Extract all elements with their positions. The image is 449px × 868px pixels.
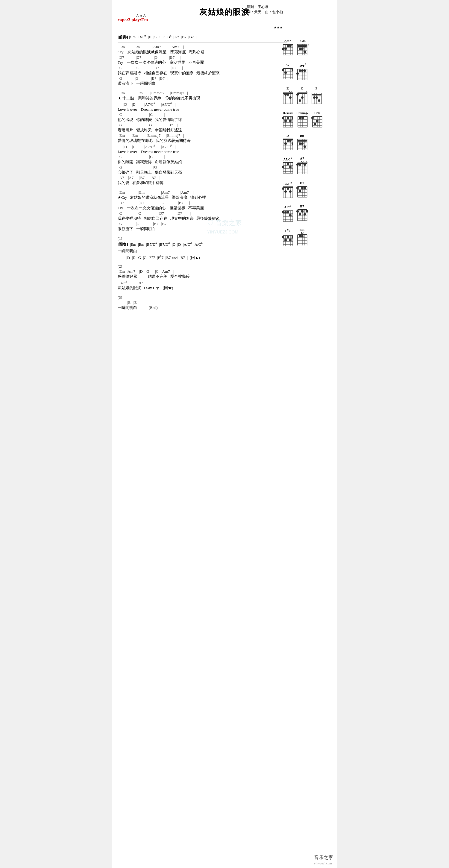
svg-point-262 [287,236,289,238]
chord-diagram-D7: D7 [296,181,308,199]
svg-point-67 [285,93,287,96]
svg-point-150 [289,140,292,142]
svg-point-123 [299,117,301,119]
svg-point-204 [282,187,285,190]
svg-point-10 [287,44,289,47]
svg-point-246 [296,210,299,213]
svg-point-277 [301,235,303,237]
marker-1: (1) [118,236,287,241]
chord-diagram-D: D [282,134,293,151]
svg-point-219 [299,190,301,192]
svg-point-12 [282,48,285,50]
chord-diagrams-panel: Am7 [282,39,334,253]
capo-info: capo:3 play:Em [118,18,148,23]
verse2-lyric8: 心都碎了 那天晚上 獨自發呆到天亮 [118,170,287,175]
chorus-lyric2: Try 一次次一次次傷過的心 童話世界 不再美麗 [118,205,287,211]
svg-rect-162 [298,140,307,142]
verse2-chord4: |G |G |B7 | [118,123,287,127]
svg-point-68 [287,93,289,96]
chord-diagram-Am7: Am7 [282,39,293,58]
svg-point-178 [287,163,289,165]
svg-point-81 [296,93,299,96]
svg-point-54 [301,69,303,72]
svg-point-11 [289,44,292,47]
svg-point-250 [306,210,308,213]
section2-chord2: |D/F# |B7 | [118,280,287,285]
svg-point-136 [316,120,319,122]
svg-point-266 [301,232,303,234]
svg-point-180 [301,161,303,162]
chord-diagram-DFsharp: D/F# [296,63,309,81]
chorus-lyric3: 我在夢裡期待 相信自己存在 現實中的無奈 最後終於醒來 [118,216,287,221]
chord-diagram-Fsharp7: F#7 2 [282,228,293,248]
svg-point-220 [301,187,303,189]
svg-point-112 [292,117,293,119]
interlude-section: [間奏] |Em |Em |B7/D# |B7/D# |D |D |A/C# |… [118,241,287,247]
verse2-lyric4: 看著照片 變成昨天 幸福離我好遙遠 [118,127,287,133]
svg-point-207 [289,190,292,193]
chord-diagram-ACsharp: A/C# [282,205,293,223]
svg-point-263 [289,239,292,241]
section2-chord1: |Em |Am7 |D |G |C |Am7 | [118,269,287,274]
verse2-lyric3: 他的出現 你的轉變 我的愛情斷了線 [118,117,287,122]
svg-point-27 [303,51,306,53]
section3-chord1: |E |E | [118,300,287,305]
verse1-lyric1: Cry 灰姑娘的眼淚就像流星 墜落海底 痛到心裡 [118,50,287,55]
verse1-lyric4: 眼淚流下 一瞬間明白 [118,81,287,86]
aaa-right-label: ___ AAA [274,23,283,29]
svg-point-25 [299,48,301,50]
chord-diagram-Bb: Bb 1 [296,134,308,151]
chorus-lyric4: 眼淚流下 一瞬間明白 [118,226,287,232]
svg-point-148 [285,143,287,145]
svg-point-83 [299,99,301,102]
marker-2: (2) [118,264,287,269]
chord-diagram-E: E [282,87,293,106]
svg-point-53 [299,69,301,72]
svg-point-95 [313,96,316,99]
svg-point-192 [299,163,301,166]
svg-point-248 [301,210,303,213]
svg-point-108 [282,117,285,119]
svg-point-249 [303,213,306,216]
verse2-lyric6: Love is over Dreams never come true [118,149,287,154]
svg-point-13 [285,48,287,50]
svg-point-264 [292,236,293,238]
verse2-lyric9: 我的愛 在夢和幻滅中旋轉 [118,180,287,186]
chord-diagram-Gm: Gm [296,39,309,58]
verse2-lyric5: 愛情的玻璃鞋在哪呢 我的淚透著光期待著 [118,138,287,143]
svg-point-111 [289,120,292,122]
chord-diagram-CE: C/E [311,111,323,128]
chorus-chord3: |C |C |D7 |D7 | [118,211,287,216]
svg-point-206 [287,187,289,190]
aaa-top-label: ___ AAA [136,10,147,18]
verse2-chord9: |A7 |A7 |B7 |B7 | [118,176,287,180]
verse1-chord1: |Em |Em |Am7 |Am7 | [118,44,287,50]
svg-point-179 [289,166,292,168]
svg-point-69 [289,96,292,99]
svg-point-56 [290,91,291,92]
marker-3: (3) [118,295,287,300]
svg-point-70 [306,91,308,92]
verse2-chord5: |Em |Em |Emmaj7 |Emmaj7 | [118,133,287,138]
footer-brand: 音乐之家 yinyuezj.com [314,855,333,866]
svg-point-247 [299,213,301,216]
svg-point-191 [296,163,299,166]
svg-rect-94 [312,94,322,95]
svg-point-137 [314,123,316,125]
svg-point-276 [299,235,301,237]
svg-point-165 [303,146,306,148]
main-content: [前奏] |Gm |D/F# |F |C/E |F |Bb |A7 |D7 |B… [118,34,287,310]
svg-point-205 [285,190,287,193]
svg-point-233 [285,211,287,213]
verse2-chord8: |G |G | [118,165,287,170]
chorus-chord1: |Em |Em |Am7 |Am7 | [118,190,287,195]
chord-diagram-B7: B7 [296,205,308,223]
meta-info: 演唱：王心凌 詞：天天 曲：包小柏 [247,4,283,15]
chord-diagram-F: F [311,87,322,106]
svg-point-177 [282,166,285,168]
section2-lyric2: 灰姑娘的眼淚 I Say Cry (回★) [118,285,287,291]
song-title: 灰姑娘的眼淚 [118,7,331,18]
lyrics-composer-info: 詞：天天 曲：包小柏 [247,9,283,15]
verse2-lyric1: ▲ 十二點 哭和笑的界線 你的吻從此不再出現 [118,95,287,101]
interlude-line2: |D |D |G |G |F#7 |F#7 |B7sus4 |B7 | (回▲) [118,254,287,260]
